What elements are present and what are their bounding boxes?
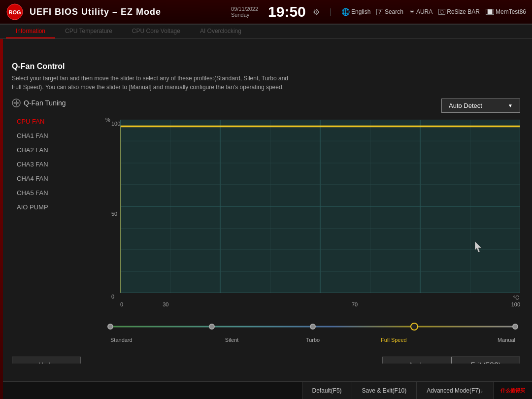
chart-y-50: 50 [111,211,117,217]
label-standard: Standard [110,337,191,343]
slider-dot-silent[interactable] [209,324,215,330]
nav-memtest[interactable]: ⬜ MemTest86 [486,8,526,15]
label-turbo: Turbo [272,337,353,343]
section-title: Q-Fan Control [12,62,520,71]
exit-button[interactable]: Exit (ESC) [451,357,520,364]
svg-text:ROG: ROG [8,9,21,15]
footer-logo-area: 什么值得买 [493,382,532,399]
fan-cha3[interactable]: CHA3 FAN [12,158,105,170]
nav-aura[interactable]: ☀ AURA [409,8,432,15]
nav-english[interactable]: 🌐 English [341,8,370,16]
fan-list: CPU FAN CHA1 FAN CHA2 FAN CHA3 FAN CHA4 … [12,115,105,213]
rog-logo: ROG [6,3,24,21]
nav-resize-bar[interactable]: ⬡ ReSize BAR [438,8,480,15]
fan-cpu[interactable]: CPU FAN [12,115,105,128]
label-silent: Silent [191,337,272,343]
slider-dot-fullspeed[interactable] [410,323,418,331]
chart-x-100: 100 [511,301,520,307]
tab-information[interactable]: Information [6,25,55,38]
chart-y-100: 100 [111,121,120,127]
chart-x-30: 30 [163,301,168,307]
chart-unit: °C [513,295,519,300]
dropdown-arrow-icon: ▼ [508,103,513,108]
time-display: 19:50 [268,3,306,20]
chart-x-70: 70 [198,301,511,307]
auto-detect-button[interactable]: Auto Detect ▼ [441,99,520,113]
footer: Default(F5) Save & Exit(F10) Advanced Mo… [0,381,532,399]
tab-ai-overclock[interactable]: AI Overclocking [190,25,251,38]
chart-y-label: % [105,117,110,123]
footer-advanced-btn[interactable]: Advanced Mode(F7)↓ [416,382,493,399]
fan-cha5[interactable]: CHA5 FAN [12,187,105,199]
footer-save-exit-btn[interactable]: Save & Exit(F10) [352,382,417,399]
footer-default-btn[interactable]: Default(F5) [302,382,352,399]
tab-cpu-temp[interactable]: CPU Temperature [55,25,122,38]
fan-cha2[interactable]: CHA2 FAN [12,144,105,156]
fan-aio-pump[interactable]: AIO PUMP [12,201,105,213]
fan-cha4[interactable]: CHA4 FAN [12,172,105,185]
app-title: UEFI BIOS Utility – EZ Mode [30,7,161,17]
date-day: 09/11/2022 Sunday [231,6,258,18]
chart-x-0: 0 [120,301,123,307]
qfan-icon [12,99,21,107]
slider-labels: Standard Silent Turbo Full Speed Manual [110,337,515,343]
chart-y-0: 0 [111,294,114,299]
settings-icon[interactable]: ⚙ [313,7,320,17]
slider-dot-manual[interactable] [512,324,518,330]
fan-cha1[interactable]: CHA1 FAN [12,130,105,142]
label-manual: Manual [434,337,515,343]
fan-speed-chart[interactable] [120,120,520,293]
chart-x-labels: 0 30 70 100 [120,301,520,307]
apply-button[interactable]: Apply [382,357,451,364]
section-desc: Select your target fan and then move the… [12,74,520,92]
nav-search[interactable]: ? Search [376,8,403,15]
label-fullspeed: Full Speed [353,337,434,343]
tab-cpu-voltage[interactable]: CPU Core Voltage [122,25,190,38]
slider-dot-turbo[interactable] [310,324,316,330]
undo-button[interactable]: Undo [12,357,81,364]
slider-dot-standard[interactable] [107,324,113,330]
qfan-tuning-header: Q-Fan Tuning [12,99,105,107]
